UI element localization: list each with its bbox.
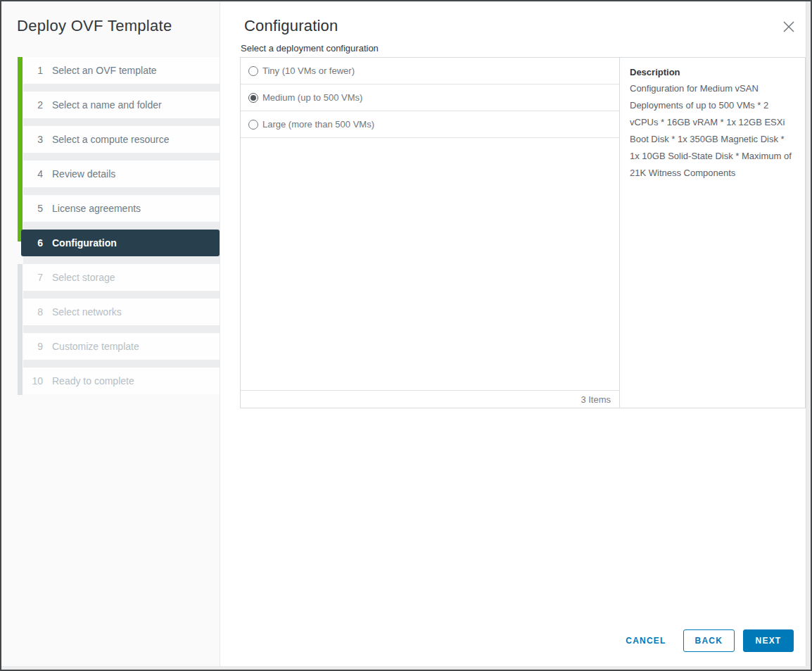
step-label: Configuration: [52, 237, 117, 249]
step-number: 4: [29, 168, 43, 180]
option-label: Medium (up to 500 VMs): [262, 92, 362, 103]
wizard-step[interactable]: 6 Configuration: [21, 230, 220, 256]
step-label: Review details: [52, 168, 115, 180]
step-number: 8: [29, 306, 43, 318]
step-label: Select networks: [52, 306, 122, 318]
progress-bar-upcoming: [18, 264, 23, 395]
step-label: Ready to complete: [52, 375, 134, 387]
radio-button-icon[interactable]: [248, 120, 258, 130]
description-title: Description: [630, 65, 795, 80]
deploy-ovf-dialog: { "dialog": { "title": "Deploy OVF Templ…: [0, 0, 812, 671]
description-text: Configuration for Medium vSAN Deployment…: [630, 80, 795, 182]
step-number: 9: [29, 341, 43, 352]
wizard-step[interactable]: 1 Select an OVF template: [23, 57, 220, 84]
items-count: 3 Items: [581, 394, 611, 405]
scrollbar-gutter: [806, 1, 811, 670]
step-number: 6: [29, 237, 43, 249]
dialog-title: Deploy OVF Template: [17, 17, 172, 35]
step-label: Select storage: [52, 272, 115, 283]
step-number: 5: [29, 203, 43, 214]
option-label: Large (more than 500 VMs): [262, 119, 374, 130]
table-footer: 3 Items: [241, 390, 619, 408]
step-number: 1: [29, 65, 43, 76]
wizard-step[interactable]: 5 License agreements: [23, 195, 220, 222]
deployment-options-table: Tiny (10 VMs or fewer) Medium (up to 500…: [240, 57, 619, 408]
wizard-content-pane: Configuration Select a deployment config…: [221, 1, 806, 666]
wizard-step[interactable]: 4 Review details: [23, 161, 220, 187]
step-number: 3: [29, 134, 43, 145]
deployment-option-row[interactable]: Medium (up to 500 VMs): [241, 84, 619, 111]
wizard-step[interactable]: 9 Customize template: [23, 333, 220, 360]
cancel-button[interactable]: CANCEL: [616, 629, 675, 652]
wizard-step[interactable]: 3 Select a compute resource: [23, 126, 220, 153]
deployment-option-row[interactable]: Tiny (10 VMs or fewer): [241, 58, 619, 84]
step-label: Select a name and folder: [52, 99, 162, 111]
step-label: Select a compute resource: [52, 134, 170, 145]
step-label: Customize template: [52, 341, 139, 352]
step-label: Select an OVF template: [52, 65, 157, 76]
wizard-steps-list: 1 Select an OVF template 2 Select a name…: [23, 57, 220, 394]
step-number: 2: [29, 99, 43, 111]
step-number: 10: [29, 375, 43, 387]
wizard-sidebar: Deploy OVF Template 1 Select an OVF temp…: [1, 1, 220, 666]
deployment-option-row[interactable]: Large (more than 500 VMs): [241, 111, 619, 138]
step-label: License agreements: [52, 203, 141, 214]
configuration-content: Tiny (10 VMs or fewer) Medium (up to 500…: [240, 57, 806, 408]
wizard-footer: CANCEL BACK NEXT: [616, 629, 794, 652]
back-button[interactable]: BACK: [683, 629, 735, 652]
option-label: Tiny (10 VMs or fewer): [262, 65, 355, 76]
table-empty-area: [241, 138, 619, 390]
description-panel: Description Configuration for Medium vSA…: [619, 57, 806, 408]
step-number: 7: [29, 272, 43, 283]
radio-button-icon[interactable]: [248, 93, 258, 103]
subtitle: Select a deployment configuration: [241, 43, 379, 54]
radio-button-icon[interactable]: [248, 66, 258, 76]
close-icon[interactable]: [782, 20, 795, 33]
wizard-step[interactable]: 10 Ready to complete: [23, 368, 220, 394]
page-title: Configuration: [244, 17, 338, 35]
wizard-step[interactable]: 8 Select networks: [23, 299, 220, 325]
progress-bar-completed: [18, 57, 23, 242]
next-button[interactable]: NEXT: [743, 629, 794, 652]
wizard-step[interactable]: 7 Select storage: [23, 264, 220, 291]
bottom-gutter: [1, 666, 811, 670]
wizard-step[interactable]: 2 Select a name and folder: [23, 92, 220, 118]
